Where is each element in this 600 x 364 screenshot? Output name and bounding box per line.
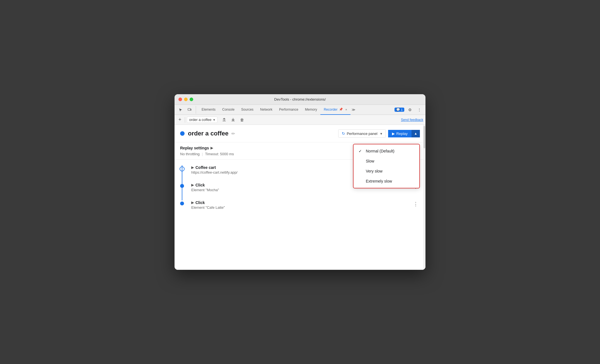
send-feedback-link[interactable]: Send feedback (401, 118, 423, 122)
speed-slow-label: Slow (366, 159, 374, 163)
replay-button-group: ▶ Replay ▲ (388, 130, 420, 137)
step-expand-click-icon[interactable]: ▶ (191, 183, 194, 187)
recording-header: order a coffee ✏ ↻ Performance panel ▾ ▶… (175, 125, 425, 142)
replay-speed-dropdown: ✓ Normal (Default) Slow Very slow Extrem… (353, 144, 420, 188)
svg-rect-1 (190, 109, 191, 110)
devtools-tabs: Elements Console Sources Network Perform… (175, 105, 425, 115)
replay-controls: ↻ Performance panel ▾ ▶ Replay ▲ ✓ Norma… (338, 129, 420, 138)
maximize-traffic-light[interactable] (190, 98, 193, 101)
replay-main-button[interactable]: ▶ Replay (388, 130, 412, 137)
tab-sources[interactable]: Sources (238, 105, 257, 115)
chat-badge[interactable]: 💬 1 (395, 108, 404, 112)
recording-title: order a coffee (188, 130, 229, 137)
more-tabs-icon[interactable]: ≫ (352, 108, 355, 112)
tab-memory[interactable]: Memory (302, 105, 320, 115)
step-subtitle-click-mocha: Element "Mocha" (191, 188, 412, 192)
play-icon: ▶ (392, 132, 395, 136)
chat-icon: 💬 (396, 108, 400, 111)
speed-option-very-slow[interactable]: Very slow (354, 166, 419, 176)
tab-recorder[interactable]: Recorder 📌 × (320, 105, 350, 115)
minimize-traffic-light[interactable] (184, 98, 188, 101)
step-expand-latte-icon[interactable]: ▶ (191, 201, 194, 205)
performance-panel-button[interactable]: ↻ Performance panel ▾ (338, 129, 386, 138)
cursor-icon[interactable] (177, 106, 185, 114)
step-dot-click-latte (180, 202, 184, 205)
svg-rect-0 (188, 108, 190, 110)
performance-panel-label: Performance panel (347, 132, 378, 136)
tab-performance[interactable]: Performance (276, 105, 302, 115)
step-more-options-icon[interactable]: ⋮ (412, 200, 420, 208)
tab-close-icon[interactable]: × (345, 108, 347, 111)
perf-dropdown-arrow-icon[interactable]: ▾ (380, 132, 382, 136)
timeout-label: Timeout: 5000 ms (205, 152, 234, 156)
replay-settings-label: Replay settings (180, 146, 209, 150)
step-title-click-latte: ▶ Click (191, 200, 412, 205)
add-recording-button[interactable]: + (177, 117, 183, 123)
close-traffic-light[interactable] (178, 98, 182, 101)
step-label-click-mocha: Click (195, 183, 205, 187)
toolbar-divider (185, 117, 185, 123)
toolbar-action-icons: 🗑 (220, 116, 246, 124)
tab-icons (177, 106, 196, 114)
window-title: DevTools - chrome://extensions/ (274, 97, 326, 101)
speed-option-extremely-slow[interactable]: Extremely slow (354, 176, 419, 186)
step-label-click-latte: Click (195, 200, 205, 205)
title-bar: DevTools - chrome://extensions/ (175, 94, 425, 105)
delete-recording-button[interactable]: 🗑 (238, 116, 246, 124)
settings-divider: | (202, 152, 203, 156)
speed-normal-label: Normal (Default) (366, 149, 395, 153)
scrollbar-thumb[interactable] (424, 126, 425, 148)
settings-gear-icon[interactable]: ⚙ (406, 106, 414, 114)
device-toggle-icon[interactable] (186, 106, 193, 114)
more-options-icon[interactable]: ⋮ (415, 106, 423, 114)
throttling-label: No throttling (180, 152, 200, 156)
speed-very-slow-label: Very slow (366, 169, 383, 173)
replay-label: Replay (396, 132, 408, 136)
recording-status-dot (180, 131, 185, 136)
edit-title-icon[interactable]: ✏ (231, 131, 235, 136)
tab-network[interactable]: Network (257, 105, 276, 115)
performance-icon: ↻ (342, 131, 345, 136)
import-recording-button[interactable] (229, 116, 237, 124)
recording-select[interactable]: order a coffee ▾ (187, 117, 217, 123)
select-arrow-icon: ▾ (213, 118, 215, 122)
speed-option-normal[interactable]: ✓ Normal (Default) (354, 146, 419, 156)
replay-settings-arrow-icon: ▶ (211, 146, 213, 150)
step-line-2 (182, 183, 182, 200)
tab-right-icons: 💬 1 ⚙ ⋮ (395, 106, 423, 114)
step-item: ▶ Click Element "Cafe Latte" ⋮ (191, 200, 420, 210)
tab-console[interactable]: Console (219, 105, 238, 115)
scrollbar[interactable] (423, 125, 425, 270)
step-subtitle-click-latte: Element "Cafe Latte" (191, 205, 412, 210)
step-line-1 (182, 165, 182, 183)
step-label-navigate: Coffee cart (195, 165, 216, 170)
step-content-click-latte: ▶ Click Element "Cafe Latte" (191, 200, 412, 210)
speed-option-slow[interactable]: Slow (354, 156, 419, 166)
recording-name: order a coffee (189, 118, 212, 122)
speed-extremely-slow-label: Extremely slow (366, 179, 392, 183)
toolbar: + order a coffee ▾ 🗑 Send feedback (175, 115, 425, 125)
devtools-window: DevTools - chrome://extensions/ Elements… (175, 94, 425, 270)
pin-icon: 📌 (339, 108, 343, 111)
step-expand-icon[interactable]: ▶ (191, 166, 194, 169)
export-recording-button[interactable] (220, 116, 228, 124)
main-content: order a coffee ✏ ↻ Performance panel ▾ ▶… (175, 125, 425, 270)
check-normal-icon: ✓ (359, 149, 363, 153)
replay-dropdown-button[interactable]: ▲ (412, 130, 420, 137)
tab-elements[interactable]: Elements (198, 105, 219, 115)
traffic-lights (178, 98, 193, 101)
